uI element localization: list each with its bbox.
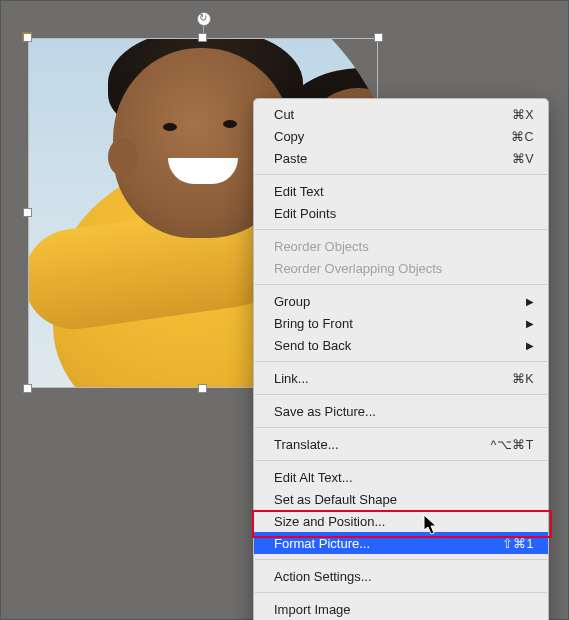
menu-item-paste[interactable]: Paste ⌘V xyxy=(254,147,548,169)
menu-label: Set as Default Shape xyxy=(274,492,397,507)
menu-separator xyxy=(255,229,547,230)
menu-label: Link... xyxy=(274,371,309,386)
resize-handle-bottom-left[interactable] xyxy=(23,384,32,393)
menu-item-edit-points[interactable]: Edit Points xyxy=(254,202,548,224)
menu-item-import-image[interactable]: Import Image xyxy=(254,598,548,620)
menu-label: Bring to Front xyxy=(274,316,353,331)
menu-separator xyxy=(255,559,547,560)
menu-item-copy[interactable]: Copy ⌘C xyxy=(254,125,548,147)
menu-label: Save as Picture... xyxy=(274,404,376,419)
menu-separator xyxy=(255,174,547,175)
menu-item-send-to-back[interactable]: Send to Back ▶ xyxy=(254,334,548,356)
menu-item-set-default-shape[interactable]: Set as Default Shape xyxy=(254,488,548,510)
menu-shortcut: ⌘V xyxy=(512,151,534,166)
menu-label: Group xyxy=(274,294,310,309)
menu-label: Edit Points xyxy=(274,206,336,221)
menu-item-edit-alt-text[interactable]: Edit Alt Text... xyxy=(254,466,548,488)
menu-item-translate[interactable]: Translate... ^⌥⌘T xyxy=(254,433,548,455)
resize-handle-top-left[interactable] xyxy=(23,33,32,42)
menu-shortcut: ⌘C xyxy=(511,129,534,144)
menu-item-action-settings[interactable]: Action Settings... xyxy=(254,565,548,587)
menu-separator xyxy=(255,361,547,362)
submenu-arrow-icon: ▶ xyxy=(526,318,534,329)
menu-shortcut: ⌘K xyxy=(512,371,534,386)
menu-label: Translate... xyxy=(274,437,339,452)
menu-separator xyxy=(255,460,547,461)
menu-item-group[interactable]: Group ▶ xyxy=(254,290,548,312)
resize-handle-top-mid[interactable] xyxy=(198,33,207,42)
menu-separator xyxy=(255,284,547,285)
submenu-arrow-icon: ▶ xyxy=(526,340,534,351)
menu-item-link[interactable]: Link... ⌘K xyxy=(254,367,548,389)
menu-label: Size and Position... xyxy=(274,514,385,529)
menu-label: Action Settings... xyxy=(274,569,372,584)
menu-item-bring-to-front[interactable]: Bring to Front ▶ xyxy=(254,312,548,334)
menu-label: Paste xyxy=(274,151,307,166)
menu-item-edit-text[interactable]: Edit Text xyxy=(254,180,548,202)
menu-item-size-and-position[interactable]: Size and Position... xyxy=(254,510,548,532)
menu-separator xyxy=(255,394,547,395)
menu-label: Send to Back xyxy=(274,338,351,353)
menu-item-reorder-objects: Reorder Objects xyxy=(254,235,548,257)
menu-label: Edit Alt Text... xyxy=(274,470,353,485)
menu-shortcut: ⌘X xyxy=(512,107,534,122)
menu-item-save-as-picture[interactable]: Save as Picture... xyxy=(254,400,548,422)
menu-separator xyxy=(255,427,547,428)
submenu-arrow-icon: ▶ xyxy=(526,296,534,307)
resize-handle-mid-left[interactable] xyxy=(23,208,32,217)
context-menu[interactable]: Cut ⌘X Copy ⌘C Paste ⌘V Edit Text Edit P… xyxy=(253,98,549,620)
menu-separator xyxy=(255,592,547,593)
menu-item-reorder-overlapping: Reorder Overlapping Objects xyxy=(254,257,548,279)
menu-label: Copy xyxy=(274,129,304,144)
menu-shortcut: ⇧⌘1 xyxy=(502,536,534,551)
menu-label: Reorder Overlapping Objects xyxy=(274,261,442,276)
menu-label: Cut xyxy=(274,107,294,122)
resize-handle-bottom-mid[interactable] xyxy=(198,384,207,393)
menu-label: Import Image xyxy=(274,602,351,617)
rotate-handle-icon[interactable] xyxy=(197,12,211,26)
menu-shortcut: ^⌥⌘T xyxy=(490,437,534,452)
resize-handle-top-right[interactable] xyxy=(374,33,383,42)
menu-item-cut[interactable]: Cut ⌘X xyxy=(254,103,548,125)
menu-label: Format Picture... xyxy=(274,536,370,551)
menu-item-format-picture[interactable]: Format Picture... ⇧⌘1 xyxy=(254,532,548,554)
menu-label: Reorder Objects xyxy=(274,239,369,254)
menu-label: Edit Text xyxy=(274,184,324,199)
